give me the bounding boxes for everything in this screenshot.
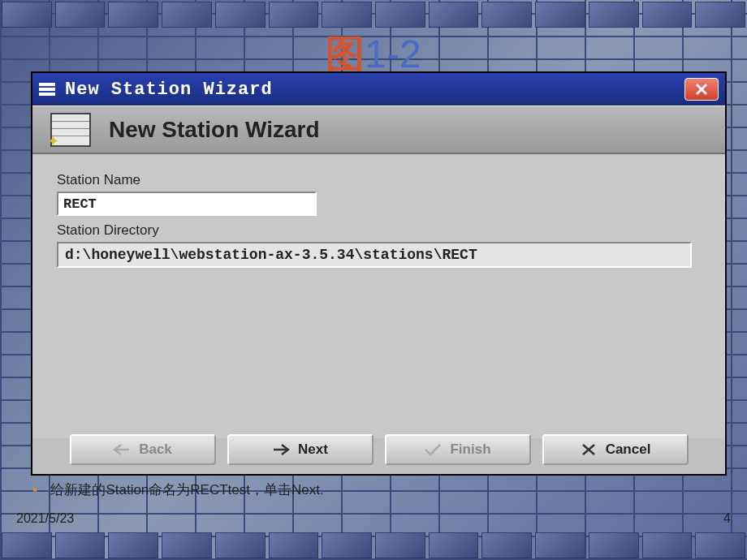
x-icon xyxy=(580,443,598,456)
close-icon xyxy=(695,83,708,96)
finish-button-label: Finish xyxy=(450,442,490,458)
slide-title-cn: 图 xyxy=(326,32,365,75)
slide-title-num: 1-2 xyxy=(365,32,421,75)
next-button-label: Next xyxy=(298,442,328,458)
back-button[interactable]: Back xyxy=(70,434,216,465)
titlebar[interactable]: New Station Wizard xyxy=(32,73,725,106)
wizard-header-text: New Station Wizard xyxy=(109,117,320,143)
close-button[interactable] xyxy=(684,78,719,101)
arrow-left-icon xyxy=(113,443,131,456)
wizard-window: New Station Wizard New Station Wizard St… xyxy=(31,71,727,476)
cancel-button[interactable]: Cancel xyxy=(542,434,689,465)
finish-button[interactable]: Finish xyxy=(385,434,531,465)
bullet-icon: ▪ xyxy=(32,481,37,498)
wizard-button-bar: Back Next Finish Cancel xyxy=(32,425,725,474)
station-icon xyxy=(50,113,91,147)
slide-date: 2021/5/23 xyxy=(16,511,74,526)
wizard-content: Station Name Station Directory d:\honeyw… xyxy=(32,154,725,438)
station-dir-value: d:\honeywell\webstation-ax-3.5.34\statio… xyxy=(57,242,692,268)
wizard-header: New Station Wizard xyxy=(32,106,725,154)
station-name-label: Station Name xyxy=(57,172,701,188)
next-button[interactable]: Next xyxy=(227,434,374,465)
slide-caption-text: 给新建的Station命名为RECTtest，单击Next. xyxy=(50,480,323,499)
decor-bricks-bottom xyxy=(0,531,747,560)
arrow-right-icon xyxy=(272,443,290,456)
slide-caption: ▪ 给新建的Station命名为RECTtest，单击Next. xyxy=(32,480,324,499)
station-dir-label: Station Directory xyxy=(57,222,701,239)
window-title: New Station Wizard xyxy=(65,80,684,100)
slide-page-number: 4 xyxy=(723,511,731,526)
slide-footer: 2021/5/23 4 xyxy=(16,511,731,526)
app-icon xyxy=(39,83,55,96)
back-button-label: Back xyxy=(139,442,172,458)
cancel-button-label: Cancel xyxy=(606,442,651,458)
station-name-input[interactable] xyxy=(57,192,317,216)
decor-bricks-top xyxy=(0,0,747,29)
check-icon xyxy=(424,443,442,456)
